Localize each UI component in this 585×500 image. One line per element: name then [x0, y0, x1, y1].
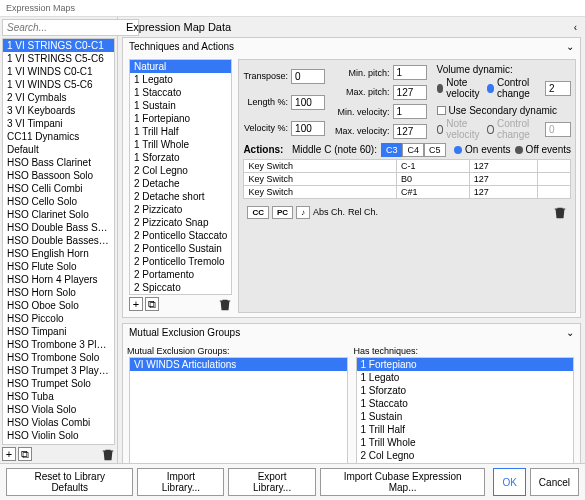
maxvel-input[interactable] — [393, 124, 427, 139]
octave-pill[interactable]: C5 — [424, 143, 446, 157]
list-item[interactable]: Natural — [130, 60, 231, 73]
list-item[interactable]: HSO Double Bass Solo Combi — [3, 221, 114, 234]
list-item[interactable]: 1 Sustain — [357, 410, 574, 423]
list-item[interactable]: HSO Bass Clarinet — [3, 156, 114, 169]
list-item[interactable]: 1 VI WINDS C0-C1 — [3, 65, 114, 78]
list-item[interactable]: CC11 Dynamics — [3, 130, 114, 143]
notevel-radio[interactable] — [437, 84, 444, 93]
list-item[interactable]: HSO Trombone Solo — [3, 351, 114, 364]
list-item[interactable]: 2 Ponticello Staccato — [130, 229, 231, 242]
list-item[interactable]: 2 Detache short — [130, 190, 231, 203]
list-item[interactable]: HSO Horn 4 Players — [3, 273, 114, 286]
cancel-button[interactable]: Cancel — [530, 468, 579, 496]
octave-pill[interactable]: C4 — [402, 143, 424, 157]
secondary-checkbox[interactable] — [437, 106, 446, 115]
list-item[interactable]: Default — [3, 143, 114, 156]
list-item[interactable]: 2 Pizzicato Snap — [130, 216, 231, 229]
absch-label[interactable]: Abs Ch. — [313, 207, 345, 217]
list-item[interactable]: HSO Viola Solo — [3, 403, 114, 416]
list-item[interactable]: HSO Piccolo — [3, 312, 114, 325]
list-item[interactable]: HSO Timpani — [3, 325, 114, 338]
list-item[interactable]: 2 Detache — [130, 177, 231, 190]
list-item[interactable]: HSO Trumpet 3 Players — [3, 364, 114, 377]
transpose-input[interactable] — [291, 69, 325, 84]
maps-list[interactable]: 1 VI STRINGS C0-C11 VI STRINGS C5-C61 VI… — [2, 38, 115, 445]
octave-pill[interactable]: C3 — [381, 143, 403, 157]
list-item[interactable]: 1 Staccato — [357, 397, 574, 410]
list-item[interactable]: 2 Col Legno — [357, 449, 574, 462]
onevents-dot[interactable] — [454, 146, 462, 154]
list-item[interactable]: 2 Portamento — [130, 268, 231, 281]
techniques-list[interactable]: Natural1 Legato1 Staccato1 Sustain1 Fort… — [129, 59, 232, 295]
list-item[interactable]: 1 Trill Half — [130, 125, 231, 138]
list-item[interactable]: HSO Violin Solo — [3, 429, 114, 442]
ctrlchg-input[interactable] — [545, 81, 571, 96]
list-item[interactable]: HSO Violas Combi — [3, 416, 114, 429]
offevents-dot[interactable] — [515, 146, 523, 154]
list-item[interactable]: 1 Legato — [130, 73, 231, 86]
table-row[interactable]: Key SwitchB0127 — [244, 173, 571, 186]
list-item[interactable]: HSO Trumpet Solo — [3, 377, 114, 390]
list-item[interactable]: HSO Tuba — [3, 390, 114, 403]
list-item[interactable]: 1 VI STRINGS C0-C1 — [3, 39, 114, 52]
list-item[interactable]: 3 VI Keyboards — [3, 104, 114, 117]
collapse-tech-icon[interactable]: ⌄ — [566, 41, 574, 52]
list-item[interactable]: HSO Flute Solo — [3, 260, 114, 273]
collapse-meg-icon[interactable]: ⌄ — [566, 327, 574, 338]
list-item[interactable]: 2 Pizzicato — [130, 203, 231, 216]
list-item[interactable]: HSO Bassoon Solo — [3, 169, 114, 182]
list-item[interactable]: VI WINDS Articulations — [130, 358, 347, 371]
table-row[interactable]: Key SwitchC#1127 — [244, 186, 571, 199]
add-map-button[interactable]: + — [2, 447, 16, 461]
actions-table[interactable]: Key SwitchC-1127 Key SwitchB0127 Key Swi… — [243, 159, 571, 199]
list-item[interactable]: 1 Trill Half — [357, 423, 574, 436]
cc-button[interactable]: CC — [247, 206, 269, 219]
list-item[interactable]: HSO Double Basses Combi — [3, 234, 114, 247]
list-item[interactable]: HSO Clarinet Solo — [3, 208, 114, 221]
list-item[interactable]: 2 VI Cymbals — [3, 91, 114, 104]
list-item[interactable]: HSO Oboe Solo — [3, 299, 114, 312]
duplicate-technique-button[interactable]: ⧉ — [145, 297, 159, 311]
table-row[interactable]: Key SwitchC-1127 — [244, 160, 571, 173]
length-input[interactable] — [291, 95, 325, 110]
minvel-input[interactable] — [393, 104, 427, 119]
list-item[interactable]: 1 Trill Whole — [357, 436, 574, 449]
pc-button[interactable]: PC — [272, 206, 293, 219]
list-item[interactable]: HSO English Horn — [3, 247, 114, 260]
list-item[interactable]: 1 Staccato — [130, 86, 231, 99]
list-item[interactable]: 2 Ponticello Sustain — [130, 242, 231, 255]
list-item[interactable]: 1 Sforzato — [130, 151, 231, 164]
delete-map-button[interactable] — [101, 447, 115, 461]
list-item[interactable]: 1 Fortepiano — [357, 358, 574, 371]
ok-button[interactable]: OK — [493, 468, 525, 496]
reset-button[interactable]: Reset to Library Defaults — [6, 468, 133, 496]
list-item[interactable]: 1 VI STRINGS C5-C6 — [3, 52, 114, 65]
list-item[interactable]: HSO Celli Combi — [3, 182, 114, 195]
delete-technique-button[interactable] — [218, 297, 232, 311]
list-item[interactable]: 2 Ponticello Tremolo — [130, 255, 231, 268]
minpitch-input[interactable] — [393, 65, 427, 80]
list-item[interactable]: 1 Fortepiano — [130, 112, 231, 125]
note-button[interactable]: ♪ — [296, 206, 310, 219]
list-item[interactable]: HSO Trombone 3 Players — [3, 338, 114, 351]
list-item[interactable]: 1 Sustain — [130, 99, 231, 112]
list-item[interactable]: 1 VI WINDS C5-C6 — [3, 78, 114, 91]
list-item[interactable]: 2 Spiccato — [130, 281, 231, 294]
meg-groups-list[interactable]: VI WINDS Articulations — [129, 357, 348, 463]
delete-action-button[interactable] — [553, 205, 567, 219]
list-item[interactable]: HSO Cello Solo — [3, 195, 114, 208]
list-item[interactable]: 2 Col Legno — [130, 164, 231, 177]
meg-has-list[interactable]: 1 Fortepiano1 Legato1 Sforzato1 Staccato… — [356, 357, 575, 463]
list-item[interactable]: 1 Sforzato — [357, 384, 574, 397]
maxpitch-input[interactable] — [393, 85, 427, 100]
add-technique-button[interactable]: + — [129, 297, 143, 311]
collapse-header-icon[interactable]: ‹ — [574, 22, 577, 33]
list-item[interactable]: 1 Trill Whole — [130, 138, 231, 151]
duplicate-map-button[interactable]: ⧉ — [18, 447, 32, 461]
import-library-button[interactable]: Import Library... — [137, 468, 224, 496]
list-item[interactable]: 1 Legato — [357, 371, 574, 384]
relch-label[interactable]: Rel Ch. — [348, 207, 378, 217]
export-library-button[interactable]: Export Library... — [228, 468, 315, 496]
ctrlchg-radio[interactable] — [487, 84, 494, 93]
list-item[interactable]: HSO Horn Solo — [3, 286, 114, 299]
